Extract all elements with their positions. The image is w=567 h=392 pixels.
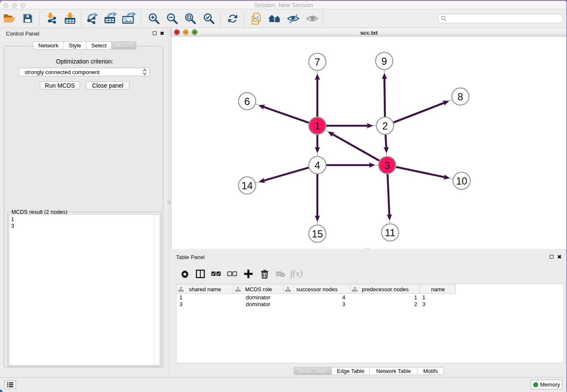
svg-text:10: 10 — [456, 175, 468, 187]
svg-text:14: 14 — [242, 180, 253, 191]
svg-text:3: 3 — [384, 160, 390, 171]
svg-text:15: 15 — [312, 228, 323, 240]
svg-text:7: 7 — [314, 56, 320, 68]
svg-text:8: 8 — [457, 91, 463, 102]
svg-text:9: 9 — [381, 55, 387, 67]
svg-text:1: 1 — [314, 120, 320, 132]
svg-text:4: 4 — [314, 160, 320, 171]
svg-text:2: 2 — [382, 120, 388, 132]
svg-text:11: 11 — [385, 227, 396, 238]
svg-text:6: 6 — [244, 96, 250, 107]
